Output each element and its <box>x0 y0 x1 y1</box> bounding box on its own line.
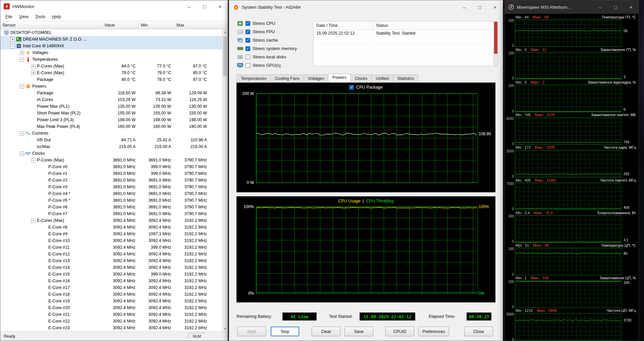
minimize-icon[interactable]: – <box>592 0 608 14</box>
close-icon[interactable]: × <box>487 0 503 14</box>
sensor-row-e-core-19[interactable]: E-Core #193092.4 MHz3092.4 MHz3192.2 MHz <box>0 298 222 304</box>
checkbox-icon[interactable]: ✓ <box>246 30 250 34</box>
minimize-icon[interactable]: – <box>181 0 197 12</box>
stress-option-stress-cpu[interactable]: ✓Stress CPU <box>237 19 297 28</box>
sensor-row-p-core-5[interactable]: P-Core #5 *3691.0 MHz3691.0 MHz3790.7 MH… <box>0 197 222 204</box>
vertical-scrollbar[interactable]: ▲ ▼ <box>222 29 228 331</box>
minimize-icon[interactable]: – <box>457 0 472 14</box>
sensor-row-voltages[interactable]: +Voltages <box>0 49 222 56</box>
stress-option-stress-fpu[interactable]: 123✓Stress FPU <box>237 28 297 36</box>
sensor-row-e-cores-max[interactable]: +E-Cores (Max)79.0 °C79.0 °C85.0 °C <box>0 69 222 76</box>
collapse-toggle-icon[interactable]: − <box>20 84 24 89</box>
cpu-package-legend-checkbox[interactable]: ✓ <box>349 85 354 90</box>
sensor-row-e-core-8[interactable]: E-Core #83092.4 MHz3092.4 MHz3192.2 MHz <box>0 224 222 231</box>
sensor-row-e-core-9[interactable]: E-Core #93092.4 MHz1097.3 MHz3192.2 MHz <box>0 231 222 237</box>
clear-button[interactable]: Clear <box>312 327 340 336</box>
column-header-min[interactable]: Min <box>139 21 174 29</box>
sensor-row-e-core-17[interactable]: E-Core #173092.4 MHz3092.4 MHz3192.2 MHz <box>0 284 222 291</box>
sensor-row-currents[interactable]: −Currents <box>0 130 222 137</box>
log-column-status[interactable]: Status <box>373 21 493 30</box>
log-column-datetime[interactable]: Date / Time <box>314 21 373 30</box>
expand-toggle-icon[interactable]: + <box>31 64 36 68</box>
hwmonitor-titlebar[interactable]: HWMonitor – □ × <box>0 0 228 12</box>
checkbox-icon[interactable]: ✓ <box>246 21 250 26</box>
scroll-down-icon[interactable]: ▼ <box>222 326 228 331</box>
sensor-row-e-core-12[interactable]: E-Core #123092.4 MHz3092.4 MHz3192.2 MHz <box>0 251 222 257</box>
sensor-row-temperatures[interactable]: −Temperatures <box>0 56 222 63</box>
scrollbar-thumb[interactable] <box>223 37 227 76</box>
tab-cooling-fans[interactable]: Cooling Fans <box>270 75 304 82</box>
maximize-icon[interactable]: □ <box>608 0 623 14</box>
sensor-row-e-core-22[interactable]: E-Core #223092.4 MHz3092.4 MHz3192.2 MHz <box>0 318 222 325</box>
column-header-value[interactable]: Value <box>102 21 139 29</box>
log-row[interactable]: 15.09.2025 22:02:12Stability Test: Start… <box>314 30 493 37</box>
collapse-toggle-icon[interactable]: − <box>20 151 24 156</box>
sensor-row-desktop-utgm0el[interactable]: DESKTOP-UTGM0EL <box>0 29 222 36</box>
sensor-row-vr-out[interactable]: VR Out84.71 A25.41 A110.96 A <box>0 137 222 143</box>
log-scrollbar-thumb[interactable] <box>494 22 497 54</box>
aida64-titlebar[interactable]: System Stability Test - AIDA64 – □ × <box>229 0 503 14</box>
sensor-row-powers[interactable]: −Powers <box>0 83 222 90</box>
checkbox-icon[interactable]: ✓ <box>246 38 250 43</box>
sensor-row-p-cores-max[interactable]: −P-Cores (Max)3691.0 MHz3691.0 MHz3790.7… <box>0 157 222 163</box>
collapse-toggle-icon[interactable]: − <box>31 218 36 223</box>
sensor-row-iccmax[interactable]: IccMax215.00 A215.00 A215.00 A <box>0 143 222 150</box>
cpuid-button[interactable]: CPUID <box>385 327 414 336</box>
sensor-row-e-core-16[interactable]: E-Core #163092.4 MHz3092.4 MHz3192.2 MHz <box>0 278 222 284</box>
close-icon[interactable]: × <box>623 0 639 14</box>
sensor-row-intel-core-i9-14900hx[interactable]: −Intel Core i9 14900HX <box>0 43 222 49</box>
sensor-row-p-core-2[interactable]: P-Core #23691.0 MHz3691.0 MHz3790.7 MHz <box>0 177 222 184</box>
sensor-row-p-core-3[interactable]: P-Core #33691.0 MHz3691.0 MHz3790.7 MHz <box>0 184 222 190</box>
tab-clocks[interactable]: Clocks <box>351 75 372 82</box>
sensor-row-p-core-6[interactable]: P-Core #63691.0 MHz3691.0 MHz3790.7 MHz <box>0 204 222 210</box>
sensor-row-e-core-13[interactable]: E-Core #133092.4 MHz3092.4 MHz3192.2 MHz <box>0 257 222 264</box>
collapse-toggle-icon[interactable]: − <box>20 131 24 136</box>
stress-option-stress-local-disks[interactable]: Stress local disks <box>237 53 297 61</box>
column-header-sensor[interactable]: Sensor <box>0 21 102 29</box>
checkbox-icon[interactable] <box>246 55 250 59</box>
sensor-row-p-core-0[interactable]: P-Core #03691.0 MHz399.0 MHz3790.7 MHz <box>0 163 222 170</box>
tab-statistics[interactable]: Statistics <box>393 75 418 82</box>
stop-button[interactable]: Stop <box>271 327 299 336</box>
afterburner-titlebar[interactable]: Моніторинг MSI Afterburn... – □ × <box>505 0 639 14</box>
scroll-up-icon[interactable]: ▲ <box>222 29 228 35</box>
scrollbar-track[interactable] <box>222 35 228 326</box>
expand-toggle-icon[interactable]: + <box>20 51 24 55</box>
sensor-row-e-core-21[interactable]: E-Core #213092.4 MHz3092.4 MHz3192.2 MHz <box>0 311 222 318</box>
checkbox-icon[interactable]: ✓ <box>246 46 250 51</box>
stress-option-stress-cache[interactable]: ✓Stress cache <box>237 36 297 44</box>
save-button[interactable]: Save <box>344 327 373 336</box>
sensor-row-max-peak-power-pl4[interactable]: Max Peak Power (PL4)160.00 W160.00 W160.… <box>0 123 222 130</box>
stress-option-stress-system-memory[interactable]: ✓Stress system memory <box>237 44 297 53</box>
menu-view[interactable]: View <box>16 13 32 20</box>
maximize-icon[interactable]: □ <box>472 0 487 14</box>
maximize-icon[interactable]: □ <box>197 0 212 12</box>
sensor-row-package[interactable]: Package80.0 °C78.0 °C87.0 °C <box>0 76 222 83</box>
start-button[interactable]: Start <box>237 327 266 336</box>
menu-help[interactable]: Help <box>49 13 64 20</box>
sensor-row-e-core-10[interactable]: E-Core #103092.4 MHz3092.4 MHz3192.2 MHz <box>0 237 222 244</box>
menu-file[interactable]: File <box>2 13 15 20</box>
tab-powers[interactable]: Powers <box>328 74 351 82</box>
expand-toggle-icon[interactable]: + <box>31 71 36 75</box>
close-button[interactable]: Close <box>464 327 493 336</box>
sensor-row-p-cores-max[interactable]: +P-Cores (Max)84.0 °C77.0 °C87.0 °C <box>0 63 222 69</box>
sensor-row-p-core-7[interactable]: P-Core #73691.0 MHz3691.0 MHz3790.7 MHz <box>0 210 222 217</box>
column-header-max[interactable]: Max <box>174 21 210 29</box>
sensor-row-ia-cores[interactable]: IA Cores103.29 W73.31 W116.25 W <box>0 96 222 103</box>
sensor-row-package[interactable]: Package116.50 W86.38 W129.09 W <box>0 90 222 96</box>
sensor-row-e-core-20[interactable]: E-Core #203092.4 MHz3092.4 MHz3192.2 MHz <box>0 304 222 311</box>
tab-temperatures[interactable]: Temperatures <box>236 75 271 82</box>
tab-voltages[interactable]: Voltages <box>304 75 328 82</box>
sensor-row-power-max-pl1[interactable]: Power Max (PL1)135.00 W135.00 W135.00 W <box>0 103 222 110</box>
sensor-row-e-core-14[interactable]: E-Core #143092.4 MHz3092.4 MHz3192.2 MHz <box>0 264 222 271</box>
stress-option-stress-gpu-s[interactable]: Stress GPU(s) <box>237 61 297 69</box>
collapse-toggle-icon[interactable]: − <box>31 158 36 162</box>
collapse-toggle-icon[interactable]: − <box>20 57 24 62</box>
preferences-button[interactable]: Preferences <box>418 327 449 336</box>
sensor-row-short-power-max-pl2[interactable]: Short Power Max (PL2)155.00 W155.00 W155… <box>0 110 222 116</box>
sensor-row-clocks[interactable]: −Clocks <box>0 150 222 157</box>
tab-unified[interactable]: Unified <box>371 75 393 82</box>
close-icon[interactable]: × <box>212 0 228 12</box>
sensor-row-e-core-18[interactable]: E-Core #183092.4 MHz3092.4 MHz3192.2 MHz <box>0 291 222 298</box>
